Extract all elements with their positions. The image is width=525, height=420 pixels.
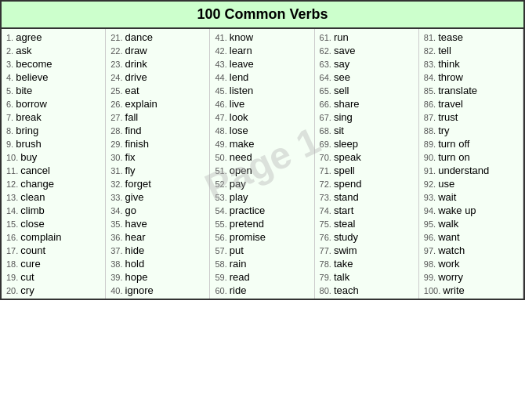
verb-label: find — [125, 125, 142, 136]
list-item: 6. borrow — [5, 97, 102, 110]
item-number: 72. — [320, 179, 334, 189]
item-number: 91. — [424, 166, 438, 176]
item-number: 49. — [215, 139, 229, 149]
list-item: 4. believe — [5, 71, 102, 84]
verb-label: spend — [334, 178, 361, 190]
list-item: 2. ask — [5, 44, 102, 57]
item-number: 37. — [110, 246, 125, 255]
list-item: 56. promise — [213, 230, 310, 244]
verb-column-1: 1. agree2. ask3. become4. believe5. bite… — [2, 29, 106, 299]
verb-label: speak — [334, 151, 361, 163]
list-item: 85. translate — [422, 84, 520, 97]
list-item: 7. break — [5, 110, 102, 124]
item-number: 19. — [6, 273, 20, 282]
verb-columns: 1. agree2. ask3. become4. believe5. bite… — [2, 29, 523, 299]
verb-label: have — [125, 218, 147, 230]
list-item: 61. run — [318, 31, 415, 44]
list-item: 64. see — [318, 71, 415, 84]
verb-label: throw — [438, 71, 463, 83]
list-item: 81. tease — [422, 31, 520, 44]
verb-label: live — [230, 98, 245, 110]
list-item: 26. explain — [109, 97, 206, 110]
item-number: 74. — [320, 206, 334, 215]
list-item: 100. write — [422, 284, 520, 297]
verb-label: lose — [230, 125, 248, 136]
item-number: 67. — [320, 113, 334, 122]
verb-label: explain — [125, 98, 158, 110]
list-item: 14. climb — [5, 204, 102, 217]
item-number: 8. — [6, 126, 16, 136]
list-item: 3. become — [5, 57, 102, 71]
list-item: 37. hide — [109, 244, 206, 257]
item-number: 77. — [320, 246, 334, 255]
item-number: 29. — [110, 139, 125, 149]
item-number: 23. — [110, 60, 125, 69]
list-item: 47. look — [213, 110, 310, 124]
item-number: 55. — [215, 219, 229, 229]
list-item: 89. turn off — [422, 137, 520, 150]
list-item: 23. drink — [109, 57, 206, 71]
item-number: 98. — [424, 259, 438, 269]
verb-label: finish — [125, 138, 149, 150]
verb-label: believe — [16, 71, 48, 83]
verb-label: read — [230, 271, 250, 283]
verb-label: think — [438, 58, 459, 70]
item-number: 33. — [110, 193, 125, 202]
item-number: 94. — [424, 206, 438, 215]
list-item: 8. bring — [5, 124, 102, 137]
list-item: 29. finish — [109, 137, 206, 150]
item-number: 78. — [320, 259, 334, 269]
verb-label: share — [334, 98, 360, 110]
list-item: 45. listen — [213, 84, 310, 97]
verb-label: clean — [20, 191, 45, 203]
list-item: 75. steal — [318, 217, 415, 230]
verb-label: take — [334, 258, 353, 270]
item-number: 85. — [424, 86, 438, 96]
list-item: 18. cure — [5, 257, 102, 270]
item-number: 34. — [110, 206, 125, 215]
list-item: 43. leave — [213, 57, 310, 71]
list-item: 78. take — [318, 257, 415, 270]
item-number: 69. — [320, 139, 334, 149]
list-item: 58. rain — [213, 257, 310, 270]
main-container: 100 Common Verbs 1. agree2. ask3. become… — [0, 0, 525, 300]
verb-label: bite — [16, 85, 32, 96]
verb-label: complain — [20, 231, 61, 243]
verb-label: learn — [230, 45, 252, 56]
item-number: 15. — [6, 219, 20, 229]
item-number: 1. — [6, 33, 16, 42]
list-item: 68. sit — [318, 124, 415, 137]
item-number: 10. — [6, 153, 20, 162]
item-number: 25. — [110, 86, 125, 96]
verb-label: try — [438, 125, 449, 136]
verb-label: lend — [230, 71, 249, 83]
list-item: 62. save — [318, 44, 415, 57]
list-item: 31. fly — [109, 164, 206, 177]
verb-label: hope — [125, 271, 148, 283]
item-number: 70. — [320, 153, 334, 162]
verb-label: ask — [16, 45, 31, 56]
list-item: 38. hold — [109, 257, 206, 270]
list-item: 50. need — [213, 150, 310, 164]
item-number: 16. — [6, 233, 20, 242]
list-item: 88. try — [422, 124, 520, 137]
item-number: 95. — [424, 219, 438, 229]
list-item: 27. fall — [109, 110, 206, 124]
item-number: 61. — [320, 33, 334, 42]
item-number: 62. — [320, 46, 334, 56]
list-item: 40. ignore — [109, 284, 206, 297]
verb-label: close — [20, 218, 44, 230]
verb-label: fly — [125, 165, 136, 176]
list-item: 76. study — [318, 230, 415, 244]
verb-label: save — [334, 45, 355, 56]
verb-label: walk — [438, 218, 458, 230]
verb-column-4: 61. run62. save63. say64. see65. sell66.… — [315, 29, 419, 299]
verb-label: put — [230, 244, 244, 256]
list-item: 91. understand — [422, 164, 520, 177]
item-number: 73. — [320, 193, 334, 202]
list-item: 84. throw — [422, 71, 520, 84]
verb-column-2: 21. dance22. draw23. drink24. drive25. e… — [106, 29, 210, 299]
verb-label: hide — [125, 244, 145, 256]
list-item: 95. walk — [422, 217, 520, 230]
list-item: 86. travel — [422, 97, 520, 110]
